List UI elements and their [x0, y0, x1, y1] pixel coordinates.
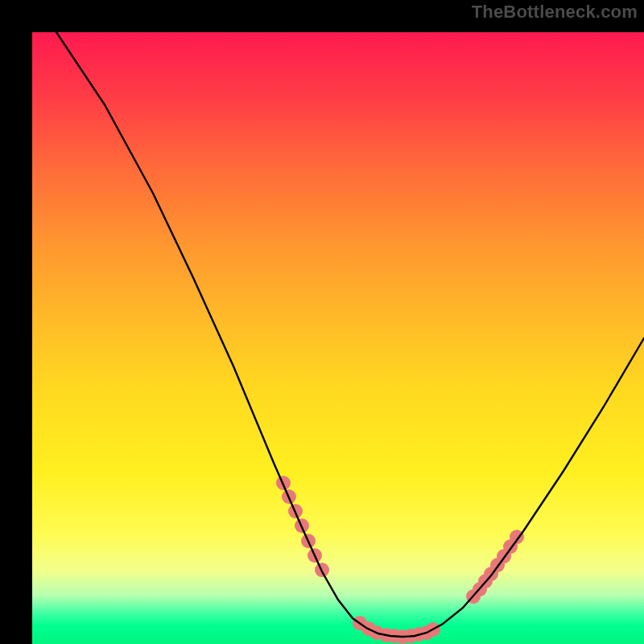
bottleneck-curve	[56, 32, 644, 637]
bottleneck-curve-svg	[32, 32, 644, 644]
chart-frame	[16, 16, 628, 628]
plot-area	[32, 32, 644, 644]
watermark-label: TheBottleneck.com	[472, 2, 638, 23]
annotation-dots	[276, 476, 524, 644]
